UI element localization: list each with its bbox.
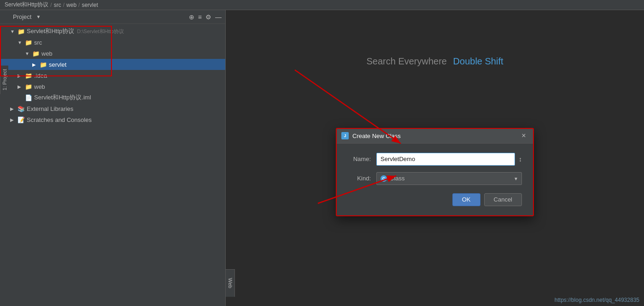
- tree-item-extlibs[interactable]: ▶ 📚 External Libraries: [0, 103, 225, 114]
- folder-icon-idea: 📁: [25, 72, 32, 79]
- tree-path-root: D:\Servlet和Http协议: [77, 28, 123, 35]
- folder-icon-servlet: 📁: [40, 61, 47, 68]
- tree-item-servlet[interactable]: ▶ 📁 servlet: [0, 59, 225, 70]
- minimize-icon[interactable]: —: [215, 13, 222, 21]
- web-tab[interactable]: Web: [226, 269, 235, 297]
- tree-item-idea[interactable]: ▶ 📁 .idea: [0, 70, 225, 81]
- panel-header: Project ▼ ⊕ ≡ ⚙ —: [0, 10, 225, 24]
- arrow-scratches: ▶: [10, 117, 18, 122]
- arrow-extlibs: ▶: [10, 106, 18, 111]
- tree-item-iml[interactable]: ▶ 📄 Servlet和Http协议.iml: [0, 92, 225, 103]
- dialog-kind-select-wrapper: C Class ▼: [376, 172, 522, 185]
- breadcrumb-web: web: [66, 2, 76, 8]
- tree-label-scratches: Scratches and Consoles: [27, 116, 92, 123]
- sort-icon[interactable]: ↕: [519, 156, 522, 163]
- dialog-name-label: Name:: [348, 156, 371, 162]
- folder-icon-web: 📁: [32, 50, 40, 57]
- arrow-web2: ▶: [18, 84, 25, 89]
- tree-label-web: web: [41, 50, 53, 57]
- breadcrumb-sep3: /: [78, 2, 80, 8]
- folder-icon-root: 📁: [18, 28, 25, 35]
- main-content-panel: Search Everywhere Double Shift J Create …: [226, 10, 644, 306]
- tree-label-root: Servlet和Http协议: [27, 27, 74, 35]
- project-tree: ▼ 📁 Servlet和Http协议 D:\Servlet和Http协议 ▼ 📁…: [0, 24, 225, 306]
- dialog-name-row: Name: ↕: [348, 153, 522, 166]
- tree-label-idea: .idea: [34, 72, 47, 79]
- side-label-project: 1: Project: [0, 65, 8, 94]
- folder-icon-extlibs: 📚: [18, 105, 25, 112]
- tree-label-web2: web: [34, 83, 45, 90]
- arrow-idea: ▶: [18, 73, 25, 78]
- breadcrumb-sep1: /: [50, 2, 52, 8]
- dialog-kind-label: Kind:: [348, 175, 371, 182]
- tree-item-src[interactable]: ▼ 📁 src: [0, 37, 225, 48]
- dialog-overlay: J Create New Class × Name: ↕ Kind:: [336, 128, 534, 216]
- dialog-title: Create New Class: [352, 133, 519, 139]
- breadcrumb-servlet: servlet: [82, 2, 98, 8]
- settings-icon[interactable]: ⚙: [205, 13, 211, 21]
- search-hint-text: Search Everywhere: [366, 56, 447, 66]
- file-icon-iml: 📄: [25, 94, 32, 101]
- panel-header-icons: ⊕ ≡ ⚙ —: [189, 13, 222, 21]
- tree-label-extlibs: External Libraries: [27, 105, 73, 112]
- dialog-title-icon: J: [341, 132, 349, 139]
- tree-label-iml: Servlet和Http协议.iml: [34, 93, 91, 102]
- dialog-kind-row: Kind: C Class ▼: [348, 172, 522, 185]
- arrow-servlet: ▶: [32, 62, 40, 67]
- dialog-titlebar: J Create New Class ×: [337, 129, 533, 144]
- tree-label-servlet: servlet: [49, 61, 66, 68]
- equalizer-icon[interactable]: ≡: [198, 13, 202, 21]
- dialog-ok-button[interactable]: OK: [452, 193, 480, 206]
- tree-item-web2[interactable]: ▶ 📁 web: [0, 81, 225, 92]
- folder-icon-src: 📁: [25, 39, 32, 46]
- tree-item-root[interactable]: ▼ 📁 Servlet和Http协议 D:\Servlet和Http协议: [0, 26, 225, 37]
- dialog-body: Name: ↕ Kind: C Class ▼: [337, 144, 533, 215]
- bottom-url: https://blog.csdn.net/qq_44932835: [555, 297, 639, 303]
- arrow-src: ▼: [18, 40, 25, 45]
- dialog-cancel-button[interactable]: Cancel: [484, 193, 522, 206]
- arrow-web: ▼: [25, 51, 32, 56]
- project-sidebar: 1: Project Project ▼ ⊕ ≡ ⚙ — ▼ 📁 Servlet…: [0, 10, 226, 306]
- create-new-class-dialog: J Create New Class × Name: ↕ Kind:: [336, 128, 534, 216]
- dialog-footer: OK Cancel: [348, 191, 522, 208]
- breadcrumb-sep2: /: [63, 2, 64, 8]
- breadcrumb-project: Servlet和Http协议: [5, 1, 48, 9]
- search-hint: Search Everywhere Double Shift: [366, 56, 503, 67]
- folder-icon-scratches: 📝: [18, 116, 25, 123]
- folder-icon-web2: 📁: [25, 83, 32, 90]
- breadcrumb-src: src: [54, 2, 61, 8]
- double-shift-hint: Double Shift: [453, 56, 503, 66]
- tree-item-scratches[interactable]: ▶ 📝 Scratches and Consoles: [0, 114, 225, 125]
- globe-icon[interactable]: ⊕: [189, 13, 194, 21]
- arrow-root: ▼: [10, 29, 18, 34]
- class-c-icon: C: [381, 175, 387, 182]
- top-breadcrumb-bar: Servlet和Http协议 / src / web / servlet: [0, 0, 644, 10]
- dialog-name-input[interactable]: [376, 153, 515, 166]
- dialog-close-button[interactable]: ×: [519, 131, 528, 140]
- tree-label-src: src: [34, 39, 42, 46]
- kind-value: Class: [390, 175, 405, 182]
- panel-title: Project: [13, 13, 31, 20]
- dialog-kind-select[interactable]: C Class: [376, 172, 522, 185]
- tree-item-web[interactable]: ▼ 📁 web: [0, 48, 225, 59]
